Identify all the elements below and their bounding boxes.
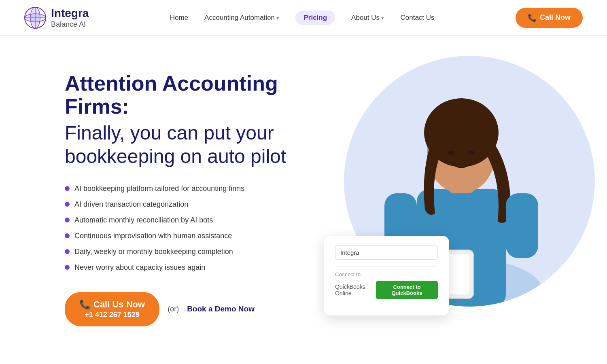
call-now-label: Call Now [540, 13, 571, 22]
ui-card: Connect to QuickBooks Online Connect to … [324, 236, 449, 315]
bullet-dot-icon [65, 202, 70, 207]
nav-item-accounting-automation[interactable]: Accounting Automation [204, 14, 279, 22]
hero-cta: 📞 Call Us Now +1 412 267 1529 (or) Book … [65, 292, 348, 326]
or-text: (or) [168, 305, 179, 313]
hero-headline-normal: Finally, you can put your bookkeeping on… [65, 121, 348, 168]
nav-link-pricing[interactable]: Pricing [295, 11, 335, 25]
ui-card-name-input[interactable] [335, 245, 438, 260]
nav-item-about-us[interactable]: About Us [351, 14, 384, 22]
hero-section: Attention Accounting Firms: Finally, you… [0, 36, 607, 364]
nav-item-contact-us[interactable]: Contact Us [400, 14, 434, 22]
quickbooks-label: QuickBooks Online [335, 284, 376, 296]
bullet-dot-icon [65, 218, 70, 222]
hero-bullets: AI bookkeeping platform tailored for acc… [65, 184, 348, 272]
nav-link-contact-us[interactable]: Contact Us [400, 14, 434, 21]
hero-content-right: Connect to QuickBooks Online Connect to … [348, 60, 583, 364]
logo-globe-icon [24, 7, 46, 29]
ui-card-connect-row: QuickBooks Online Connect to QuickBooks [335, 281, 438, 299]
call-now-button[interactable]: 📞 Call Now [516, 8, 583, 28]
call-us-label: Call Us Now [93, 299, 145, 310]
nav-link-about-us[interactable]: About Us [351, 14, 380, 21]
nav-item-pricing[interactable]: Pricing [295, 14, 335, 22]
phone-icon: 📞 [528, 13, 537, 22]
svg-rect-14 [506, 193, 538, 258]
logo[interactable]: Integra Balance AI [24, 6, 89, 29]
call-us-button[interactable]: 📞 Call Us Now +1 412 267 1529 [65, 292, 159, 326]
ui-card-connect-field: Connect to QuickBooks Online Connect to … [335, 271, 438, 299]
ui-card-divider [335, 266, 438, 267]
navbar: Integra Balance AI Home Accounting Autom… [0, 0, 607, 36]
hero-headline-bold: Attention Accounting Firms: [65, 72, 348, 118]
hero-bullet-item: AI driven transaction categorization [65, 200, 348, 209]
nav-link-home[interactable]: Home [170, 14, 188, 21]
call-us-number: +1 412 267 1529 [85, 311, 140, 319]
phone-icon-2: 📞 [79, 299, 90, 310]
book-demo-link[interactable]: Book a Demo Now [187, 305, 255, 313]
nav-links: Home Accounting Automation Pricing About… [170, 14, 435, 22]
svg-point-11 [448, 151, 454, 155]
bullet-dot-icon [65, 265, 70, 270]
nav-item-home[interactable]: Home [170, 14, 188, 22]
bullet-dot-icon [65, 186, 70, 191]
ui-card-name-field [335, 245, 438, 260]
hero-bullet-item: Automatic monthly reconciliation by AI b… [65, 216, 348, 224]
svg-point-12 [468, 151, 475, 155]
hero-bullet-item: Continuous improvisation with human assi… [65, 232, 348, 240]
hero-bullet-item: AI bookkeeping platform tailored for acc… [65, 184, 348, 193]
hero-bullet-item: Never worry about capacity issues again [65, 263, 348, 272]
call-us-line1: 📞 Call Us Now [79, 299, 145, 310]
hero-bullet-item: Daily, weekly or monthly bookkeeping com… [65, 248, 348, 256]
hero-content-left: Attention Accounting Firms: Finally, you… [65, 60, 348, 364]
bullet-dot-icon [65, 233, 70, 238]
nav-link-accounting-automation[interactable]: Accounting Automation [204, 14, 275, 21]
ui-card-connect-label: Connect to [335, 271, 438, 277]
connect-quickbooks-button[interactable]: Connect to QuickBooks [376, 281, 438, 299]
logo-text: Integra Balance AI [51, 6, 89, 29]
bullet-dot-icon [65, 249, 70, 254]
